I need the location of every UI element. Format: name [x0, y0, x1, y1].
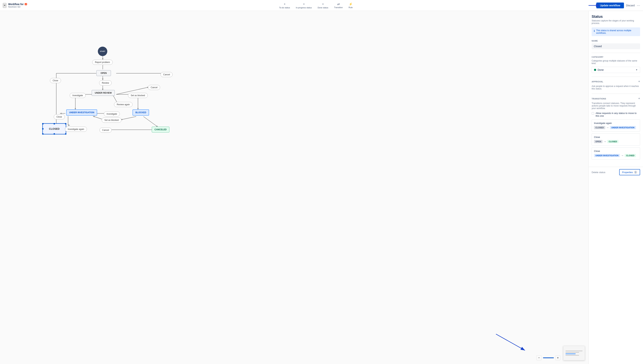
- blocked-node[interactable]: BLOCKED: [133, 110, 149, 116]
- info-banner: ℹ This status is shared across multiple …: [592, 28, 640, 36]
- closed-node[interactable]: CLOSED: [43, 124, 66, 134]
- plus-icon-done: ＋: [322, 2, 324, 6]
- discard-button[interactable]: Discard: [626, 4, 635, 7]
- svg-line-26: [496, 334, 525, 350]
- under-review-node[interactable]: UNDER REVIEW: [92, 90, 115, 96]
- plus-icon-inprogress: ＋: [302, 2, 305, 6]
- close2-node[interactable]: Close: [54, 114, 65, 120]
- jira-badge: J: [25, 3, 27, 5]
- approval-header: APPROVAL +: [592, 80, 640, 84]
- panel-toggle-button[interactable]: ›: [588, 184, 589, 190]
- transitions-label: TRANSITIONS: [592, 98, 606, 100]
- cancel2-node[interactable]: Cancel: [148, 85, 160, 90]
- transition-name-2: Close: [594, 150, 638, 152]
- any-status-checkbox-row: Allow requests in any status to move to …: [592, 112, 640, 117]
- investigate2-node[interactable]: Investigate: [104, 112, 120, 116]
- info-message: This status is shared across multiple wo…: [596, 29, 638, 34]
- category-section: CATEGORY Categories group multiple statu…: [592, 56, 640, 73]
- done-status-action[interactable]: ＋ Done status: [318, 2, 328, 9]
- transition-from-1: OPEN: [594, 140, 602, 143]
- category-desc: Categories group multiple statuses of th…: [592, 60, 640, 64]
- panel-title: Status: [592, 14, 640, 19]
- transition-flow-1: OPEN → CLOSED: [594, 140, 638, 143]
- panel-content: Status Statuses capture the stages of yo…: [589, 11, 643, 167]
- inprogress-status-action[interactable]: ＋ In-progress status: [296, 2, 312, 9]
- minimap-lines: [565, 350, 582, 356]
- right-panel: › Status Statuses capture the stages of …: [588, 11, 643, 364]
- any-status-checkbox[interactable]: [592, 112, 594, 115]
- investigate1-node[interactable]: Investigate: [70, 93, 86, 98]
- any-status-label: Allow requests in any status to move to …: [596, 112, 640, 117]
- cancel1-node[interactable]: Cancel: [161, 72, 173, 77]
- approval-label: APPROVAL: [592, 80, 603, 83]
- transition-flow-2: UNDER INVESTIGATION → CLOSED: [594, 154, 638, 157]
- todo-status-action[interactable]: ＋ To-do status: [279, 2, 290, 9]
- cancel3-node[interactable]: Cancel: [100, 128, 112, 133]
- report-problem-node[interactable]: Report problem: [92, 60, 113, 65]
- name-section: NAME Closed: [592, 40, 640, 49]
- transition-from-2: UNDER INVESTIGATION: [594, 154, 620, 157]
- transitions-header: TRANSITIONS +: [592, 97, 640, 100]
- project-name: NextGen SD: [8, 6, 27, 8]
- workflow-arrows: [0, 11, 588, 364]
- transition-to-2: CLOSED: [625, 154, 636, 157]
- review-again-node[interactable]: Review again: [114, 102, 133, 107]
- transition-card-0[interactable]: Investigate again CLOSED → UNDER INVESTI…: [592, 120, 640, 132]
- set-as-blocked2-node[interactable]: Set as blocked: [102, 118, 122, 123]
- open-node[interactable]: OPEN: [96, 70, 111, 76]
- rule-icon: ⚡: [349, 2, 353, 6]
- chevron-down-icon: ▼: [635, 68, 638, 71]
- minimap-line: [565, 354, 576, 354]
- investigate-again-node[interactable]: Investigate again: [65, 127, 87, 132]
- workflow-label: Workflow for: [8, 3, 24, 6]
- rule-action[interactable]: ⚡ Rule: [349, 2, 353, 8]
- approval-section: APPROVAL + Ask people to approve a reque…: [592, 80, 640, 90]
- review-node[interactable]: Review: [99, 80, 112, 86]
- add-approval-button[interactable]: +: [638, 80, 640, 84]
- more-options-button[interactable]: ⋯: [637, 4, 640, 8]
- name-label: NAME: [592, 40, 640, 42]
- panel-subtitle: Statuses capture the stages of your work…: [592, 20, 640, 24]
- minimap-line: [565, 355, 579, 356]
- transitions-section: TRANSITIONS + Transitions connect status…: [592, 97, 640, 160]
- transition-name-0: Investigate again: [594, 122, 638, 124]
- set-as-blocked-node[interactable]: Set as blocked: [128, 93, 148, 98]
- svg-line-23: [143, 116, 158, 127]
- under-investigation-node[interactable]: UNDER INVESTIGATION: [66, 110, 97, 116]
- minimap-content: [563, 346, 585, 360]
- divider1: [592, 53, 640, 53]
- panel-footer: Delete status Properties 1: [589, 167, 643, 178]
- close1-node[interactable]: Close: [50, 78, 61, 83]
- start-node: START: [98, 47, 107, 56]
- workflow-canvas[interactable]: START Report problem OPEN Cancel Review …: [0, 11, 588, 364]
- add-transition-button[interactable]: +: [638, 97, 640, 100]
- name-value: Closed: [592, 43, 640, 49]
- transition-flow-0: CLOSED → UNDER INVESTIGATION: [594, 126, 638, 129]
- divider2: [592, 76, 640, 77]
- transition-action[interactable]: ⇄ Transition: [334, 2, 343, 8]
- close-button[interactable]: ✕: [3, 3, 6, 8]
- main-layout: START Report problem OPEN Cancel Review …: [0, 11, 643, 364]
- category-dot: [594, 69, 596, 71]
- plus-icon-todo: ＋: [283, 2, 286, 6]
- canceled-node[interactable]: CANCELED: [152, 127, 169, 132]
- transition-card-1[interactable]: Close OPEN → CLOSED: [592, 133, 640, 146]
- zoom-in-button[interactable]: +: [555, 355, 560, 360]
- properties-button[interactable]: Properties 1: [619, 169, 640, 175]
- transition-to-0: UNDER INVESTIGATION: [610, 126, 636, 129]
- transition-name-1: Close: [594, 136, 638, 138]
- header-right: Update workflow Discard ⋯: [596, 2, 640, 8]
- transition-arrow-1: →: [603, 140, 606, 143]
- transition-card-2[interactable]: Close UNDER INVESTIGATION → CLOSED: [592, 147, 640, 160]
- zoom-out-button[interactable]: −: [536, 355, 541, 360]
- category-label: CATEGORY: [592, 56, 640, 58]
- zoom-slider[interactable]: [543, 358, 554, 358]
- header: ✕ Workflow for J NextGen SD ＋ To-do stat…: [0, 0, 643, 11]
- delete-status-button[interactable]: Delete status: [592, 171, 605, 174]
- category-select[interactable]: Done ▼: [592, 67, 640, 73]
- minimap-line: [565, 350, 582, 351]
- transition-to-1: CLOSED: [607, 140, 618, 143]
- transition-arrow-0: →: [606, 126, 609, 129]
- properties-arrow-annotation: [496, 334, 532, 356]
- approval-desc: Ask people to approve a request when it …: [592, 85, 640, 90]
